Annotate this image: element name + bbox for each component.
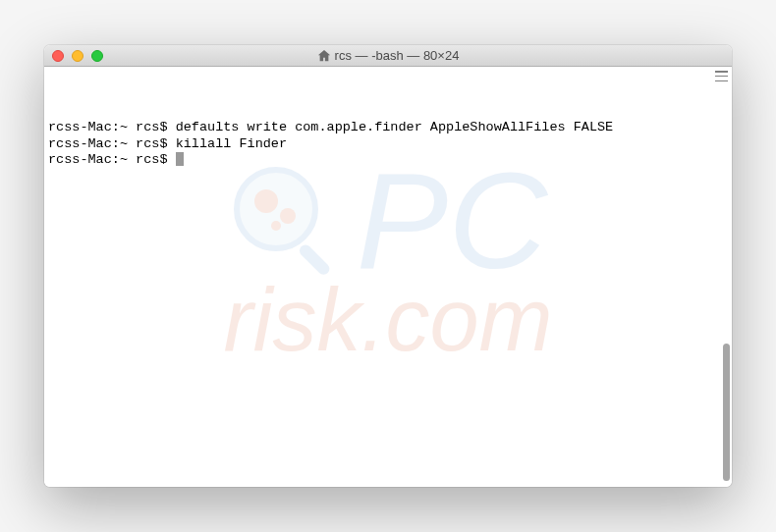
close-button[interactable] xyxy=(52,50,64,62)
scrollbar-track[interactable] xyxy=(716,69,730,485)
window-title: rcs — -bash — 80×24 xyxy=(335,48,460,63)
scrollbar-thumb[interactable] xyxy=(723,344,730,481)
home-icon xyxy=(317,49,331,63)
window-titlebar[interactable]: rcs — -bash — 80×24 xyxy=(44,45,732,67)
terminal-window: rcs — -bash — 80×24 rcss-Mac:~ rcs$ defa… xyxy=(44,45,732,487)
terminal-line: rcss-Mac:~ rcs$ killall Finder xyxy=(48,136,728,153)
terminal-body[interactable]: rcss-Mac:~ rcs$ defaults write com.apple… xyxy=(44,67,732,487)
command-text: defaults write com.apple.finder AppleSho… xyxy=(176,120,614,134)
window-title-wrap: rcs — -bash — 80×24 xyxy=(44,48,732,63)
cursor xyxy=(176,152,184,166)
traffic-lights xyxy=(52,50,103,62)
prompt: rcss-Mac:~ rcs$ xyxy=(48,152,176,167)
terminal-line: rcss-Mac:~ rcs$ defaults write com.apple… xyxy=(48,120,728,136)
maximize-button[interactable] xyxy=(91,50,103,62)
prompt: rcss-Mac:~ rcs$ xyxy=(48,136,176,151)
prompt: rcss-Mac:~ rcs$ xyxy=(48,120,176,134)
command-text: killall Finder xyxy=(176,136,287,151)
terminal-line: rcss-Mac:~ rcs$ xyxy=(48,152,728,169)
minimize-button[interactable] xyxy=(72,50,83,62)
